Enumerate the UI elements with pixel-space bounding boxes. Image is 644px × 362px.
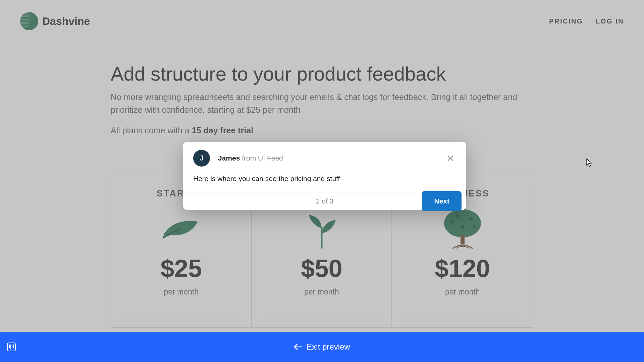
tour-footer: 2 of 3 Next	[183, 192, 466, 210]
author-from: from UI Feed	[240, 154, 283, 162]
exit-preview-label: Exit preview	[307, 342, 350, 352]
tour-card: J James from UI Feed Here is where you c…	[183, 142, 466, 210]
tour-body: Here is where you can see the pricing an…	[183, 167, 466, 192]
close-icon[interactable]	[445, 152, 456, 164]
arrow-left-icon	[294, 344, 303, 350]
author-name: James	[218, 154, 240, 162]
preview-bar: Exit preview	[0, 332, 644, 362]
tour-header: J James from UI Feed	[183, 142, 466, 167]
next-button[interactable]: Next	[422, 191, 462, 211]
intercom-icon[interactable]	[7, 342, 16, 352]
exit-preview-button[interactable]: Exit preview	[294, 342, 350, 352]
tour-author: James from UI Feed	[218, 154, 283, 162]
svg-rect-7	[7, 343, 15, 351]
step-indicator: 2 of 3	[316, 197, 334, 205]
author-avatar: J	[193, 150, 210, 167]
